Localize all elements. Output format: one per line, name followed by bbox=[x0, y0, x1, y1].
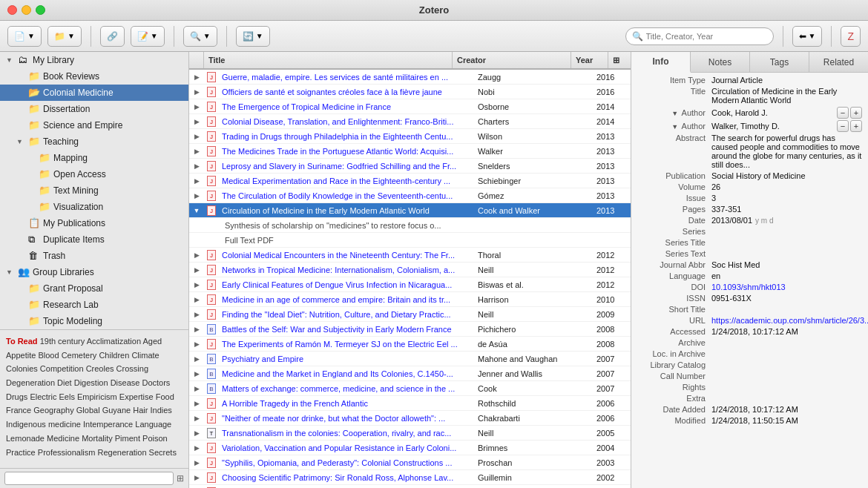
sidebar-item-my-library[interactable]: ▼🗂My Library bbox=[0, 52, 188, 68]
table-row[interactable]: ▶JThe Experiments of Ramón M. Termeyer S… bbox=[189, 337, 631, 352]
tag-global[interactable]: Global bbox=[76, 406, 102, 415]
sidebar-item-book-reviews[interactable]: 📁Book Reviews bbox=[0, 68, 188, 85]
navigate-back-button[interactable]: ⬅ ▼ bbox=[792, 26, 823, 47]
table-row[interactable]: ▶JFinding the "Ideal Diet": Nutrition, C… bbox=[189, 307, 631, 322]
tag-appetite[interactable]: Appetite bbox=[6, 351, 38, 360]
tag-empiricism[interactable]: Empiricism bbox=[77, 392, 119, 401]
search-input[interactable] bbox=[646, 32, 767, 41]
locate-button[interactable]: 🔍 ▼ bbox=[183, 26, 217, 47]
fold-arrow-icon[interactable]: ▼ bbox=[671, 123, 680, 131]
tag-france[interactable]: France bbox=[6, 406, 33, 415]
table-row[interactable]: ▼JCirculation of Medicine in the Early M… bbox=[189, 203, 631, 218]
table-row[interactable]: ▶JEarly Clinical Features of Dengue Viru… bbox=[189, 277, 631, 292]
sidebar-item-research-lab[interactable]: 📁Research Lab bbox=[0, 297, 188, 313]
col-header-actions[interactable]: ⊞ bbox=[608, 52, 631, 68]
tag-degeneration[interactable]: Degeneration bbox=[6, 378, 57, 387]
tag-diet[interactable]: Diet bbox=[57, 378, 74, 387]
add-note-button[interactable]: 📝 ▼ bbox=[131, 26, 165, 47]
info-value[interactable]: 10.1093/shm/hkt013 bbox=[711, 283, 862, 291]
tag-geography[interactable]: Geography bbox=[33, 406, 76, 415]
right-tab-related[interactable]: Related bbox=[809, 52, 868, 72]
tag-aged[interactable]: Aged bbox=[142, 337, 162, 346]
sidebar-item-trash[interactable]: 🗑Trash bbox=[0, 248, 188, 264]
tag-to-read[interactable]: To Read bbox=[6, 337, 40, 346]
tag-19th-century[interactable]: 19th century bbox=[40, 337, 87, 346]
zotero-icon-button[interactable]: Z bbox=[841, 26, 861, 47]
tag-medicine[interactable]: Medicine bbox=[47, 434, 82, 443]
tag-cemetery[interactable]: Cemetery bbox=[62, 351, 99, 360]
table-row[interactable]: ▶BMatters of exchange: commerce, medicin… bbox=[189, 381, 631, 396]
tag-creoles[interactable]: Creoles bbox=[86, 364, 116, 373]
right-tab-tags[interactable]: Tags bbox=[750, 52, 809, 72]
tag-language[interactable]: Language bbox=[135, 420, 171, 429]
tag-professionalism[interactable]: Professionalism bbox=[38, 448, 98, 457]
sidebar-item-text-mining[interactable]: 📁Text Mining bbox=[0, 182, 188, 199]
table-row[interactable]: ▶JThe Medicines Trade in the Portuguese … bbox=[189, 144, 631, 159]
tag-piment[interactable]: Piment bbox=[115, 434, 142, 443]
table-row[interactable]: ▶JColonial Medical Encounters in the Nin… bbox=[189, 248, 631, 263]
tag-colonies[interactable]: Colonies bbox=[6, 364, 40, 373]
tag-expertise[interactable]: Expertise bbox=[119, 392, 156, 401]
tag-crossing[interactable]: Crossing bbox=[116, 364, 148, 373]
new-item-button[interactable]: 📄 ▼ bbox=[7, 26, 42, 47]
col-header-title[interactable]: Title bbox=[204, 52, 453, 68]
table-row[interactable]: ▶JA Horrible Tragedy in the French Atlan… bbox=[189, 396, 631, 411]
table-row[interactable]: ▶BPsychiatry and EmpireMahone and Vaugha… bbox=[189, 352, 631, 366]
table-row[interactable]: ▶JThe Emergence of Tropical Medicine in … bbox=[189, 99, 631, 114]
table-row[interactable]: ▶BMedicine and the Market in England and… bbox=[189, 366, 631, 381]
tag-indies[interactable]: Indies bbox=[150, 406, 171, 415]
sync-button[interactable]: 🔄 ▼ bbox=[236, 26, 270, 47]
sidebar-item-topic-modeling[interactable]: 📁Topic Modeling bbox=[0, 313, 188, 329]
tag-competition[interactable]: Competition bbox=[40, 364, 86, 373]
table-row[interactable]: ▶JMedical Experimentation and Race in th… bbox=[189, 174, 631, 188]
maximize-button[interactable] bbox=[36, 5, 45, 15]
tag-hair[interactable]: Hair bbox=[133, 406, 150, 415]
table-row[interactable]: ▶JThe Circulation of Bodily Knowledge in… bbox=[189, 188, 631, 203]
author-add-button[interactable]: + bbox=[850, 120, 862, 132]
sidebar-item-open-access[interactable]: 📁Open Access bbox=[0, 166, 188, 182]
tag-food[interactable]: Food bbox=[156, 392, 174, 401]
table-row[interactable]: ▶JGuerre, maladie, empire. Les services … bbox=[189, 70, 631, 85]
table-row[interactable]: ▶J"Neither of meate nor drinke, but what… bbox=[189, 411, 631, 426]
tag-secrets[interactable]: Secrets bbox=[149, 448, 177, 457]
tag-blood[interactable]: Blood bbox=[38, 351, 61, 360]
table-row[interactable]: ▶JMedicine in an age of commerce and emp… bbox=[189, 292, 631, 307]
right-tab-info[interactable]: Info bbox=[631, 52, 691, 73]
table-row[interactable]: ▶JColonial Disease, Translation, and Enl… bbox=[189, 114, 631, 129]
tag-electric-eels[interactable]: Electric Eels bbox=[30, 392, 77, 401]
tag-lemonade[interactable]: Lemonade bbox=[6, 434, 47, 443]
table-row[interactable]: ▶JOfficiers de santé et soignantes créol… bbox=[189, 85, 631, 99]
table-row[interactable]: Synthesis of scholarship on "medicines" … bbox=[189, 218, 631, 233]
sidebar-item-mapping[interactable]: 📁Mapping bbox=[0, 150, 188, 166]
table-row[interactable]: ▶JLeprosy and Slavery in Suriname: Godfr… bbox=[189, 159, 631, 174]
table-row[interactable]: ▶JVariolation, Vaccination and Popular R… bbox=[189, 441, 631, 455]
tag-acclimatization[interactable]: Acclimatization bbox=[87, 337, 143, 346]
tag-regeneration[interactable]: Regeneration bbox=[98, 448, 149, 457]
table-row[interactable]: ▶JTrading in Drugs through Philadelphia … bbox=[189, 129, 631, 144]
tag-mortality[interactable]: Mortality bbox=[82, 434, 115, 443]
fold-arrow-icon[interactable]: ▼ bbox=[671, 110, 680, 117]
tag-guyane[interactable]: Guyane bbox=[102, 406, 134, 415]
tag-drugs[interactable]: Drugs bbox=[6, 392, 30, 401]
author-remove-button[interactable]: − bbox=[837, 107, 849, 119]
sidebar-item-science-and-empire[interactable]: 📁Science and Empire bbox=[0, 117, 188, 133]
tag-disease[interactable]: Disease bbox=[111, 378, 142, 387]
date-ymd-buttons[interactable]: y m d bbox=[755, 217, 773, 225]
sidebar-item-visualization[interactable]: 📁Visualization bbox=[0, 199, 188, 215]
new-collection-button[interactable]: 📁 ▼ bbox=[47, 26, 82, 47]
add-attachment-button[interactable]: 🔗 bbox=[100, 26, 125, 47]
sidebar-item-dissertation[interactable]: 📁Dissertation bbox=[0, 101, 188, 117]
sidebar-item-grant-proposal[interactable]: 📁Grant Proposal bbox=[0, 280, 188, 297]
sidebar-item-duplicate-items[interactable]: ⧉Duplicate Items bbox=[0, 231, 188, 248]
author-add-button[interactable]: + bbox=[850, 107, 862, 119]
col-header-year[interactable]: Year bbox=[571, 52, 608, 68]
tag-practice[interactable]: Practice bbox=[6, 448, 38, 457]
table-row[interactable]: ▶J"Syphilis, Opiomania, and Pederasty": … bbox=[189, 455, 631, 470]
search-bar[interactable]: 🔍 bbox=[625, 27, 774, 45]
table-row[interactable]: ▶TTransnationalism in the colonies: Coop… bbox=[189, 426, 631, 441]
right-tab-notes[interactable]: Notes bbox=[691, 52, 750, 72]
col-header-creator[interactable]: Creator bbox=[453, 52, 571, 68]
close-button[interactable] bbox=[7, 5, 17, 15]
table-row[interactable]: ▶JMadness and Colonization: Psychiatry i… bbox=[189, 485, 631, 488]
info-value[interactable]: https://academic.oup.com/shm/article/26/… bbox=[711, 316, 868, 325]
